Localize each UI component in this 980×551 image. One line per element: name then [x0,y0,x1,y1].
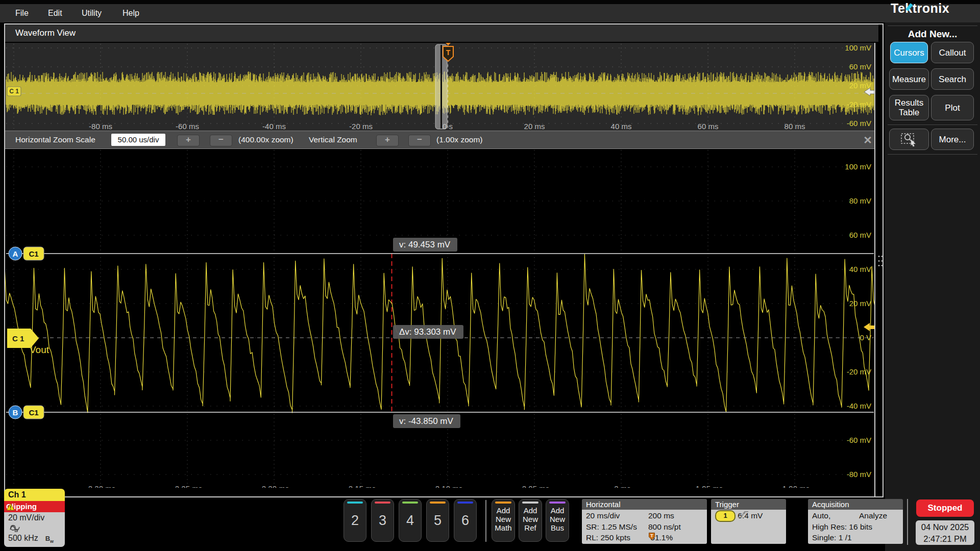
zoom-select-button[interactable] [889,129,929,150]
panel-title: Waveform View [15,28,76,38]
add-results-table-button[interactable]: Results Table [889,95,929,120]
graticule-right-border [874,43,875,496]
main-time-label: -2.20 ms [259,484,289,488]
main-time-label: -2.30 ms [86,484,115,488]
menu-help[interactable]: Help [122,4,139,22]
channel-5-color [430,502,446,504]
main-graticule: -2.30 ms-2.25 ms-2.20 ms-2.15 ms-2.10 ms… [5,149,874,488]
bandwidth-limit-icon: Bw [45,535,54,542]
horizontal-title: Horizontal [582,499,707,510]
svg-text:C1: C1 [29,408,38,417]
svg-text:A: A [13,249,18,258]
bottom-separator [907,499,908,545]
v-zoom-readout: (1.00x zoom) [436,131,482,148]
overview-volt-label: 60 mV [849,62,871,71]
svg-text:C1: C1 [29,249,38,258]
math-color [495,502,511,504]
main-time-label: -2.10 ms [433,484,462,488]
add-plot-button[interactable]: Plot [931,95,974,120]
ref-color [522,502,538,504]
menu-bar: File Edit Utility Help [0,4,980,22]
channel-2-color [347,502,363,504]
overview-volt-label: -60 mV [847,119,871,128]
bottom-separator [485,500,486,542]
acquisition-panel[interactable]: Acquisition Auto,Analyze High Res: 16 bi… [808,499,903,544]
channel-2-button[interactable]: 2 [344,499,366,542]
svg-text:B: B [13,408,18,417]
zoom-controls-bar: Horizontal Zoom Scale 50.00 us/div + − (… [5,131,874,149]
h-zoom-in-button[interactable]: + [177,135,200,146]
warning-icon: ! [6,503,15,511]
main-background [5,149,874,488]
cursor-b-badge[interactable]: B C1 [9,406,44,419]
cursor-a-badge[interactable]: A C1 [9,247,44,260]
add-cursors-button[interactable]: Cursors [890,42,928,63]
svg-text:T: T [446,48,451,57]
zoom-close-icon[interactable]: ✕ [861,133,875,147]
h-zoom-scale-input[interactable]: 50.00 us/div [111,134,165,146]
overview-time-label: -20 ms [349,122,373,131]
svg-text:T: T [650,533,653,538]
menu-file[interactable]: File [15,4,29,22]
overview-time-label: 40 ms [611,122,632,131]
add-new-ref-button[interactable]: Add New Ref [519,499,542,542]
h-zoom-readout: (400.00x zoom) [238,131,293,148]
add-more-button[interactable]: More... [931,129,974,150]
panel-title-bar: Waveform View [5,24,878,42]
main-volt-label: 100 mV [845,162,871,171]
h-zoom-out-button[interactable]: − [210,135,232,146]
main-time-label: -2.05 ms [520,484,549,488]
add-callout-button[interactable]: Callout [931,42,974,63]
trigger-source-badge: 1 [715,510,736,522]
cursor-b-readout: v: -43.850 mV [393,414,460,428]
main-time-label: -1.90 ms [780,484,810,488]
channel-6-button[interactable]: 6 [454,499,477,542]
v-zoom-out-button[interactable]: − [408,135,431,146]
sidebar-divider [888,26,977,26]
menu-utility[interactable]: Utility [82,4,102,22]
overview-time-label: 80 ms [785,122,805,131]
main-volt-label: -20 mV [847,367,871,376]
cursor-a-readout: v: 49.453 mV [393,238,457,252]
add-new-bus-button[interactable]: Add New Bus [546,499,569,542]
channel-4-color [402,502,418,504]
svg-text:C 1: C 1 [9,88,19,95]
channel-1-scale: 20 mV/div [8,513,65,522]
channel-1-badge[interactable]: Ch 1 ! Clipping 20 mV/div 500 kHzBw [4,489,65,547]
svg-text:C 1: C 1 [12,334,24,343]
main-time-label: -2.25 ms [173,484,202,488]
zoom-select-icon [900,132,918,147]
menu-edit[interactable]: Edit [48,4,62,22]
main-time-label: -1.95 ms [693,484,723,488]
v-zoom-in-button[interactable]: + [376,135,399,146]
overview-time-label: -60 ms [176,122,199,131]
tektronix-logo: Tektronix [891,1,977,16]
trigger-position-icon: T [648,532,655,540]
run-stop-status[interactable]: Stopped [916,499,974,517]
channel-1-name: Ch 1 [4,489,65,501]
channel-4-button[interactable]: 4 [399,499,422,542]
main-volt-label: 40 mV [849,265,871,273]
overview-time-label: 60 ms [698,122,719,131]
svg-text:!: ! [10,505,11,510]
channel-5-button[interactable]: 5 [426,499,449,542]
main-volt-label: 20 mV [849,299,871,308]
overview-volt-label: 100 mV [845,43,871,52]
overview-graticule: -80 ms-60 ms-40 ms-20 ms0 s20 ms40 ms60 … [5,43,874,131]
sidebar: Add New... Cursors Callout Measure Searc… [885,22,980,551]
cursor-delta-readout: Δv: 93.303 mV [393,325,463,339]
add-search-button[interactable]: Search [931,68,974,90]
sidebar-divider [888,154,977,155]
channel-3-color [375,502,390,504]
horizontal-panel[interactable]: Horizontal 20 ms/div200 ms SR: 1.25 MS/s… [582,499,707,544]
h-zoom-scale-label: Horizontal Zoom Scale [15,131,95,148]
channel-3-button[interactable]: 3 [371,499,394,542]
panel-drag-handle[interactable] [877,254,884,267]
add-new-math-button[interactable]: Add New Math [492,499,515,542]
trigger-panel[interactable]: Trigger 1 6.4 mV [711,499,786,544]
overview-time-label: -80 ms [89,122,112,131]
main-volt-label: 80 mV [849,196,871,205]
datetime-display[interactable]: 04 Nov 2025 2:47:21 PM [916,520,974,545]
add-measure-button[interactable]: Measure [889,68,929,90]
overview-channel-badge: C 1 [7,87,21,96]
